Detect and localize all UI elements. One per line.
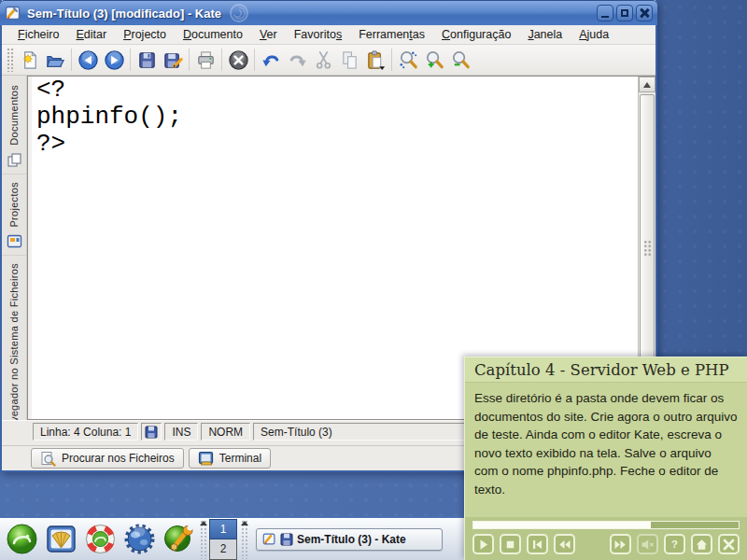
menu-favoritos[interactable]: Favoritos [286, 26, 350, 43]
redo-icon [287, 49, 308, 71]
desktop-shell-button[interactable] [43, 521, 78, 558]
task-modified-floppy-icon [280, 533, 293, 546]
undo-icon [261, 49, 282, 71]
suse-menu-button[interactable] [4, 521, 39, 558]
help-center-button[interactable] [82, 521, 118, 558]
menu-configuracao[interactable]: Configuração [433, 26, 519, 43]
stop-button[interactable] [225, 47, 251, 73]
close-button[interactable] [636, 5, 653, 21]
play-button[interactable] [472, 534, 494, 554]
scroll-up-button[interactable] [639, 77, 655, 92]
modified-floppy-icon [145, 426, 158, 439]
forward-icon [104, 49, 125, 71]
command-mode-field: NORM [201, 423, 250, 441]
menu-ferramentas[interactable]: Ferramentas [350, 26, 433, 43]
undo-button[interactable] [258, 47, 284, 73]
cut-button[interactable] [310, 47, 336, 73]
open-button[interactable] [42, 47, 68, 73]
skip-start-button[interactable] [527, 534, 548, 554]
yast-button[interactable] [161, 521, 196, 558]
zoom-out-button[interactable] [447, 47, 473, 73]
code-line-1[interactable]: <? [32, 77, 638, 104]
paste-button[interactable] [362, 47, 388, 73]
menu-documento[interactable]: Documento [175, 26, 251, 43]
desktop-shell-icon [45, 523, 78, 555]
tutorial-progress-bar[interactable] [472, 521, 740, 529]
tutorial-body-text: Esse diretório é a pasta onde devem fica… [465, 383, 747, 517]
sidebar-tab-label: Navegador no Sistema de Ficheiros [8, 263, 20, 436]
home-icon [695, 538, 709, 552]
pager-desktop-1[interactable]: 1 [209, 519, 237, 540]
sidebar-tab-documentos[interactable]: Documentos [2, 77, 26, 175]
back-button[interactable] [75, 47, 101, 73]
find-icon [398, 49, 419, 71]
toolbar-drag-handle[interactable] [7, 48, 13, 72]
rewind-button[interactable] [554, 534, 575, 554]
stop-playback-button[interactable] [500, 534, 521, 554]
toolbar-separator [189, 49, 190, 71]
copy-icon [339, 49, 360, 71]
toolbar-separator [391, 49, 392, 71]
pager-scroll-handle[interactable] [200, 520, 207, 559]
minimize-button[interactable] [597, 5, 613, 21]
save-button[interactable] [134, 47, 160, 73]
print-icon [195, 49, 217, 71]
task-button-kate[interactable]: Sem-Título (3) - Kate [256, 528, 443, 551]
redo-button[interactable] [284, 47, 310, 73]
code-line-3[interactable]: ?> [32, 131, 638, 158]
titlebar[interactable]: Sem-Título (3) [modificado] - Kate [0, 0, 657, 25]
terminal-button[interactable]: Terminal [189, 448, 271, 469]
documents-icon [7, 152, 22, 168]
konqueror-button[interactable] [121, 521, 157, 558]
maximize-button[interactable] [616, 5, 633, 21]
konqueror-globe-icon [123, 523, 156, 555]
forward-button[interactable] [101, 47, 127, 73]
help-button[interactable]: ? [664, 534, 685, 554]
menu-ficheiro[interactable]: Ficheiro [9, 26, 67, 43]
save-icon [136, 49, 158, 71]
zoom-in-icon [424, 49, 445, 71]
print-button[interactable] [192, 47, 218, 73]
yast-icon [162, 523, 195, 555]
tutorial-title: Capítulo 4 - Servidor Web e PHP [465, 357, 747, 383]
paste-icon [365, 49, 387, 71]
menubar: Ficheiro Editar Projecto Documento Ver F… [2, 25, 655, 45]
terminal-icon [198, 451, 214, 467]
search-in-files-button[interactable]: Procurar nos Ficheiros [31, 448, 184, 469]
suse-menu-icon [6, 523, 38, 555]
pager-desktop-2[interactable]: 2 [209, 539, 237, 560]
menu-ver[interactable]: Ver [251, 26, 286, 43]
help-icon: ? [668, 538, 682, 552]
home-button[interactable] [691, 534, 712, 554]
zoom-in-button[interactable] [421, 47, 447, 73]
toolbar-separator [130, 49, 131, 71]
code-line-2[interactable]: phpinfo(); [32, 104, 638, 131]
close-tutorial-icon [722, 538, 736, 552]
tutorial-progress-fill [473, 522, 651, 528]
fast-forward-button[interactable] [610, 534, 631, 554]
sidebar-tab-projectos[interactable]: Projectos [2, 175, 26, 257]
fast-forward-icon [613, 538, 627, 552]
new-document-button[interactable] [16, 47, 42, 73]
minimize-icon [601, 16, 609, 18]
toolbar [2, 45, 655, 76]
save-as-button[interactable] [160, 47, 186, 73]
mute-button[interactable] [637, 534, 658, 554]
kate-app-icon [5, 5, 21, 21]
search-in-files-label: Procurar nos Ficheiros [62, 452, 175, 465]
window-title: Sem-Título (3) [modificado] - Kate [27, 7, 221, 21]
tasklist-scroll-handle[interactable] [241, 520, 248, 559]
tutorial-controls-bar: ? [465, 517, 747, 560]
menu-editar[interactable]: Editar [67, 26, 115, 43]
menu-janela[interactable]: Janela [519, 26, 571, 43]
scrollbar-thumb[interactable] [640, 94, 655, 401]
menu-projecto[interactable]: Projecto [115, 26, 175, 43]
back-icon [78, 49, 99, 71]
close-icon [640, 8, 649, 18]
menu-ajuda[interactable]: Ajuda [571, 26, 617, 43]
copy-button[interactable] [336, 47, 362, 73]
toolbar-separator [221, 49, 222, 71]
stop-icon [228, 49, 249, 71]
find-button[interactable] [395, 47, 421, 73]
close-tutorial-button[interactable] [718, 534, 740, 554]
